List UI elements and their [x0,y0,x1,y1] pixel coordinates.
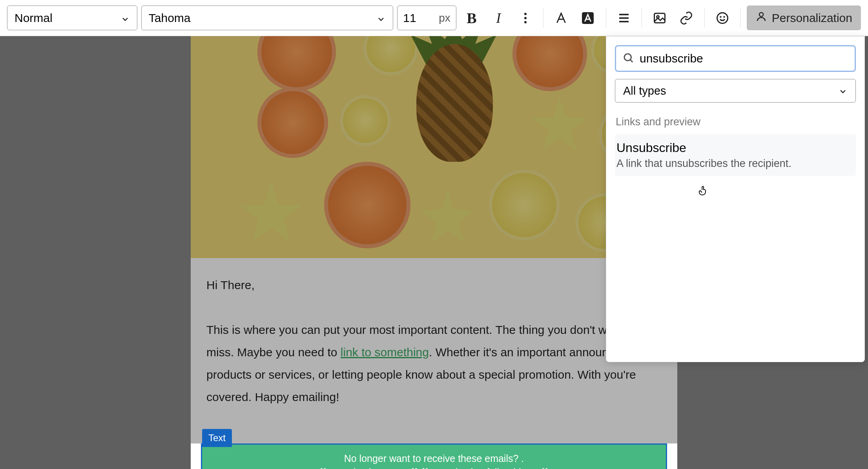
person-icon [755,11,767,25]
result-desc: A link that unsubscribes the recipient. [616,158,854,170]
body-paragraph: This is where you can put your most impo… [206,319,662,408]
result-item-unsubscribe[interactable]: Unsubscribe A link that unsubscribes the… [615,134,856,176]
font-size-input[interactable]: 11 px [397,5,456,30]
type-filter-select[interactable]: All types [615,79,856,103]
svg-point-2 [524,21,527,23]
alignment-button[interactable] [613,6,635,30]
search-icon [622,52,634,65]
email-body: Hi There, This is where you can put your… [191,36,677,469]
font-size-value: 11 [403,11,416,25]
font-size-unit: px [439,12,450,24]
svg-point-10 [720,16,721,17]
body-link[interactable]: link to something [341,346,429,359]
paragraph-style-label: Normal [15,11,53,25]
personalization-label: Personalization [772,11,852,25]
divider [704,8,705,28]
section-label: Links and preview [616,116,856,128]
italic-button[interactable]: I [487,6,510,30]
image-button[interactable] [648,6,671,30]
search-input[interactable] [640,52,848,65]
result-title: Unsubscribe [616,141,854,155]
svg-point-12 [759,13,763,16]
background-color-button[interactable] [576,6,599,30]
footer-box[interactable]: Text No longer want to receive these ema… [201,443,667,469]
chevron-down-icon [376,13,386,23]
search-wrap [615,45,856,72]
footer-line2: {{ organization.name }} {{ organization.… [209,465,659,469]
email-content[interactable]: Hi There, This is where you can put your… [191,258,677,420]
svg-point-11 [724,16,724,17]
footer-line1: No longer want to receive these emails? … [209,452,659,465]
bold-button[interactable]: B [460,6,483,30]
font-family-label: Tahoma [149,11,191,25]
svg-point-9 [717,13,728,23]
text-block[interactable]: Text No longer want to receive these ema… [191,443,677,469]
toolbar: Normal Tahoma 11 px B I [0,0,868,36]
hero-image[interactable] [191,36,677,258]
more-formatting-button[interactable] [514,6,537,30]
chevron-down-icon [838,86,848,95]
divider [642,8,642,28]
svg-line-14 [631,60,633,62]
divider [740,8,740,28]
personalization-button[interactable]: Personalization [747,5,861,30]
svg-point-1 [524,17,527,19]
link-button[interactable] [675,6,698,30]
text-color-button[interactable] [550,6,573,30]
font-family-select[interactable]: Tahoma [141,5,393,30]
chevron-down-icon [120,13,130,23]
type-filter-label: All types [623,84,666,97]
personalization-panel: All types Links and preview Unsubscribe … [606,36,865,362]
paragraph-style-select[interactable]: Normal [7,5,137,30]
svg-point-13 [624,54,631,61]
greeting: Hi There, [206,274,662,296]
emoji-button[interactable] [711,6,734,30]
divider [606,8,606,28]
block-label: Text [202,429,232,447]
svg-point-0 [524,13,527,15]
divider [543,8,543,28]
